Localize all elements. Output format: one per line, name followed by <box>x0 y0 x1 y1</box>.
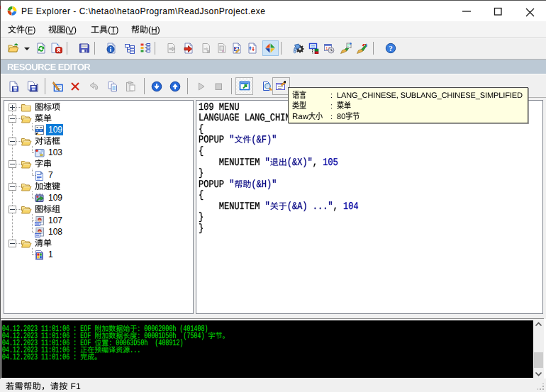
svg-text:?: ? <box>389 44 393 52</box>
